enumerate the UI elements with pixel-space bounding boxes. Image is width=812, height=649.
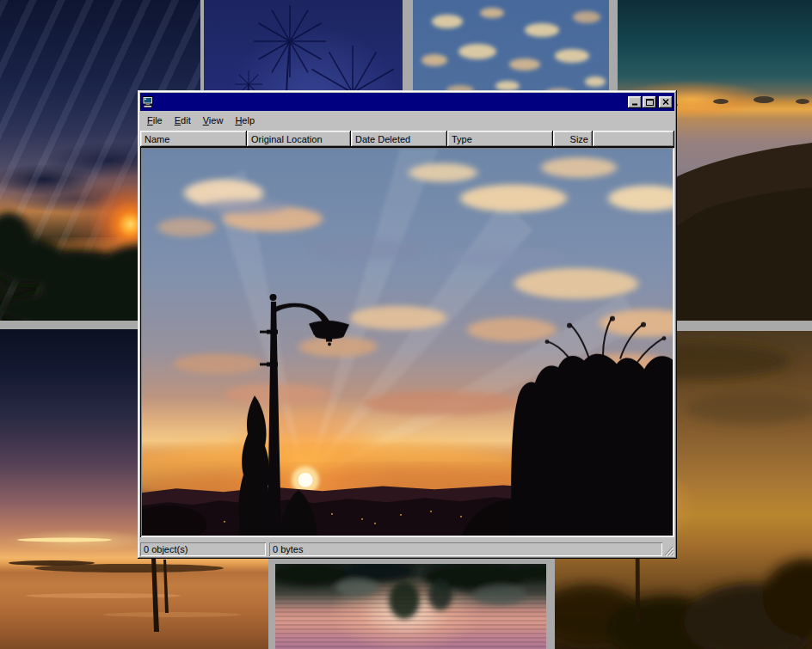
list-view[interactable] bbox=[140, 147, 674, 537]
close-button[interactable] bbox=[659, 96, 673, 108]
maximize-icon bbox=[646, 99, 654, 106]
wallpaper-tile-water-reflection bbox=[275, 564, 546, 649]
menu-item-help[interactable]: Help bbox=[229, 113, 261, 128]
column-header-type[interactable]: Type bbox=[447, 131, 553, 147]
column-header-original-location[interactable]: Original Location bbox=[247, 131, 351, 147]
menu-bar: File Edit View Help bbox=[140, 111, 674, 131]
recycle-bin-window: File Edit View Help Name Original Locati… bbox=[138, 90, 677, 559]
close-icon bbox=[662, 99, 669, 105]
maximize-button[interactable] bbox=[643, 96, 656, 108]
photo-sunset-streetlamp bbox=[142, 149, 673, 536]
computer-icon[interactable] bbox=[142, 96, 155, 108]
minimize-icon bbox=[631, 99, 638, 106]
sunset-streetlamp-art bbox=[142, 149, 673, 536]
minimize-button[interactable] bbox=[628, 96, 642, 108]
column-header-filler bbox=[593, 131, 674, 147]
column-header-name[interactable]: Name bbox=[140, 131, 247, 147]
desktop: File Edit View Help Name Original Locati… bbox=[0, 0, 812, 649]
status-size: 0 bytes bbox=[269, 542, 662, 556]
menu-item-edit[interactable]: Edit bbox=[169, 113, 197, 128]
column-header-size[interactable]: Size bbox=[553, 131, 593, 147]
titlebar[interactable] bbox=[140, 93, 674, 111]
status-bar: 0 object(s) 0 bytes bbox=[140, 537, 674, 556]
column-headers: Name Original Location Date Deleted Type… bbox=[140, 131, 674, 147]
resize-grip-icon bbox=[663, 544, 674, 556]
water-reflection-art bbox=[275, 564, 546, 649]
resize-grip[interactable] bbox=[662, 542, 674, 556]
menu-item-view[interactable]: View bbox=[197, 113, 230, 128]
column-header-date-deleted[interactable]: Date Deleted bbox=[351, 131, 447, 147]
menu-item-file[interactable]: File bbox=[141, 113, 169, 128]
status-object-count: 0 object(s) bbox=[140, 542, 266, 556]
